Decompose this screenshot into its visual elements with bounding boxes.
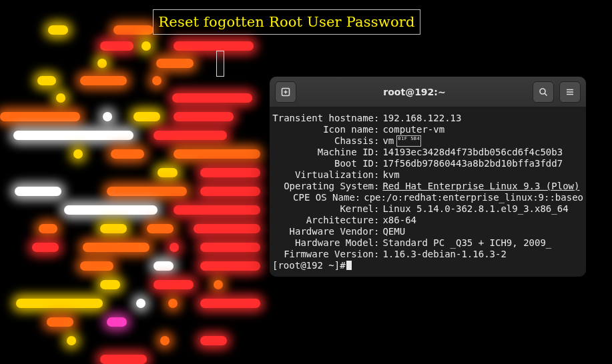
terminal-window: root@192:~ Transient hostname: 192.168.1… [270,77,586,277]
new-tab-button[interactable] [275,81,296,103]
terminal-field-value: 192.168.122.13 [382,113,461,124]
overlay-title-box: Reset fogotten Root User Password [153,9,420,35]
terminal-field-label: Operating System [272,181,374,192]
terminal-field-value: QEMU [382,226,405,237]
search-button[interactable] [533,81,554,103]
terminal-output-row: Kernel: Linux 5.14.0-362.8.1.el9_3.x86_6… [272,203,583,215]
terminal-field-label: Architecture [272,215,374,226]
terminal-field-value: kvm [382,169,399,181]
terminal-output-row: Boot ID: 17f56db97860443a8b2bd10bffa3fdd… [272,158,583,169]
terminal-field-value: 17f56db97860443a8b2bd10bffa3fdd7 [382,158,563,169]
overlay-caret-shape [216,51,224,77]
terminal-field-label: Chassis [272,135,374,147]
terminal-body[interactable]: Transient hostname: 192.168.122.13Icon n… [270,107,586,277]
hamburger-icon [565,87,575,97]
terminal-field-label: CPE OS Name [272,192,355,203]
terminal-cursor [346,261,352,270]
terminal-prompt: [root@192 ~]# [272,260,346,271]
terminal-field-value: 14193ec3428d4f73bdb056cd6f4c50b3 [382,147,563,158]
terminal-field-label: Firmware Version [272,249,374,260]
terminal-output-row: Firmware Version: 1.16.3-debian-1.16.3-2 [272,249,583,260]
terminal-field-value: x86-64 [382,215,416,226]
terminal-output-row: Virtualization: kvm [272,169,583,181]
terminal-output-row: Architecture: x86-64 [272,215,583,226]
terminal-output-row: Machine ID: 14193ec3428d4f73bdb056cd6f4c… [272,147,583,158]
terminal-field-value: vm [382,135,394,147]
svg-line-4 [545,93,547,96]
terminal-field-label: Boot ID [272,158,374,169]
terminal-field-value: computer-vm [382,124,444,135]
terminal-field-value: Linux 5.14.0-362.8.1.el9_3.x86_64 [382,203,568,215]
terminal-field-value: Standard PC _Q35 + ICH9, 2009_ [382,237,551,249]
terminal-field-label: Icon name [272,124,374,135]
terminal-output-row: Hardware Vendor: QEMU [272,226,583,237]
terminal-output-row: Icon name: computer-vm [272,124,583,135]
menu-button[interactable] [559,81,581,103]
terminal-field-label: Hardware Model [272,237,374,249]
search-icon [538,87,549,97]
terminal-field-label: Transient hostname [272,113,374,124]
terminal-output-row: Operating System: Red Hat Enterprise Lin… [272,181,583,192]
terminal-titlebar: root@192:~ [270,77,586,107]
terminal-output-row: CPE OS Name: cpe:/o:redhat:enterprise_li… [272,192,583,203]
terminal-field-label: Virtualization [272,169,374,181]
terminal-output-row: Transient hostname: 192.168.122.13 [272,113,583,124]
chassis-glyph-icon: 01F 5B4 [396,135,421,147]
overlay-title-text: Reset fogotten Root User Password [158,14,414,30]
terminal-title: root@192:~ [302,87,527,97]
new-tab-icon [280,87,291,97]
terminal-field-label: Hardware Vendor [272,226,374,237]
terminal-field-value: 1.16.3-debian-1.16.3-2 [382,249,506,260]
svg-point-3 [540,89,545,94]
terminal-prompt-line[interactable]: [root@192 ~]# [272,260,583,271]
terminal-field-value: cpe:/o:redhat:enterprise_linux:9::baseo [364,192,583,203]
terminal-field-label: Machine ID [272,147,374,158]
terminal-field-label: Kernel [272,203,374,215]
terminal-output-row: Chassis: vm01F 5B4 [272,135,583,147]
terminal-output-row: Hardware Model: Standard PC _Q35 + ICH9,… [272,237,583,249]
terminal-field-value: Red Hat Enterprise Linux 9.3 (Plow) [382,181,579,192]
